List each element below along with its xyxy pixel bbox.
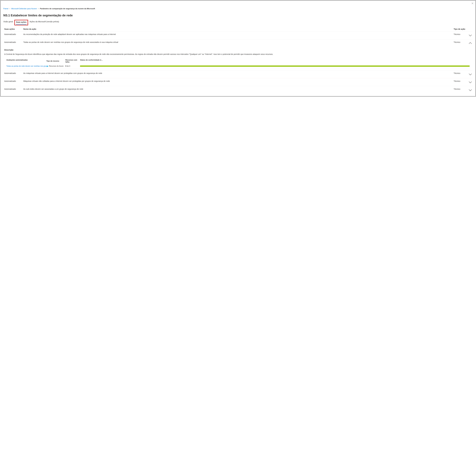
assess-col-status: Status de conformidade d… (80, 59, 470, 63)
highlight-your-actions: Suas ações (14, 20, 28, 25)
page-title: NS.1 Estabelecer limites de segmentação … (3, 14, 473, 17)
description-heading: Descrição (4, 49, 472, 51)
table-row[interactable]: Automatizado As sub-redes devem ser asso… (3, 86, 473, 94)
row-type: Técnico (454, 33, 468, 36)
col-action-type: Tipo de ação (454, 28, 468, 30)
row-type: Técnico (454, 41, 468, 44)
breadcrumb: Painel Microsoft Defender para Nuvem Par… (3, 8, 473, 10)
row-name: As recomendações da proteção de rede ada… (23, 33, 454, 36)
chevron-down-icon[interactable] (468, 72, 473, 77)
assessment-status-bar (80, 65, 470, 67)
tab-your-actions[interactable]: Suas ações (16, 21, 26, 24)
assessment-resource-label: Recursos do Azure (49, 65, 64, 67)
chevron-right-icon (38, 8, 39, 10)
chevron-down-icon[interactable] (468, 33, 473, 38)
row-name: As sub-redes devem ser associadas a um g… (23, 88, 454, 90)
row-category: Automatizado (4, 80, 23, 83)
assess-col-resource: Tipo de recurso (46, 59, 65, 63)
table-header: Suas ações Nome da ação Tipo de ação (3, 27, 473, 32)
row-name: Todas as portas de rede devem ser restri… (23, 41, 454, 44)
chevron-right-icon (9, 8, 10, 10)
chevron-down-icon[interactable] (468, 80, 473, 85)
col-your-actions: Suas ações (4, 28, 23, 30)
assessment-row[interactable]: Todas as portas de rede devem ser restri… (6, 64, 470, 69)
description-text: A Central de Segurança do Azure identifi… (4, 53, 472, 56)
tabs: Visão geral Suas ações Ações da Microsof… (3, 20, 473, 25)
assessment-header: Avaliações automatizadas Tipo de recurso… (6, 59, 470, 64)
assessment-failed: 0 de 0 (65, 65, 80, 67)
row-category: Automatizado (4, 88, 23, 90)
azure-resource-icon (46, 65, 48, 67)
table-row[interactable]: Automatizado Todas as portas de rede dev… (3, 39, 473, 47)
chevron-down-icon[interactable] (468, 88, 473, 92)
row-category: Automatizado (4, 41, 23, 44)
row-type: Técnico (454, 80, 468, 83)
chevron-up-icon[interactable] (468, 41, 473, 46)
row-name: Máquinas virtuais não voltadas para a In… (23, 80, 454, 83)
row-type: Técnico (454, 88, 468, 90)
assessment-link[interactable]: Todas as portas de rede devem ser restri… (6, 65, 46, 67)
row-category: Automatizado (4, 72, 23, 75)
table-row[interactable]: Automatizado As máquinas virtuais para a… (3, 70, 473, 78)
breadcrumb-link-defender[interactable]: Microsoft Defender para Nuvem (11, 8, 37, 10)
table-row[interactable]: Automatizado Máquinas virtuais não volta… (3, 78, 473, 86)
breadcrumb-current: Parâmetro de comparação de segurança da … (40, 8, 95, 10)
assessment-resource: Recursos do Azure (46, 65, 65, 67)
assess-col-failed: Recursos com falha (65, 59, 80, 63)
table-row[interactable]: Automatizado As recomendações da proteçã… (3, 32, 473, 39)
row-type: Técnico (454, 72, 468, 75)
breadcrumb-link-painel[interactable]: Painel (3, 8, 8, 10)
tab-ms-actions[interactable]: Ações da Microsoft (versão prévia) (30, 20, 59, 25)
col-action-name: Nome da ação (23, 28, 454, 30)
tab-overview[interactable]: Visão geral (3, 20, 13, 25)
assess-col-auto: Avaliações automatizadas (6, 59, 46, 63)
row-category: Automatizado (4, 33, 23, 36)
expanded-detail: Descrição A Central de Segurança do Azur… (3, 47, 473, 69)
row-name: As máquinas virtuais para a Internet dev… (23, 72, 454, 75)
close-icon[interactable] (471, 2, 474, 5)
